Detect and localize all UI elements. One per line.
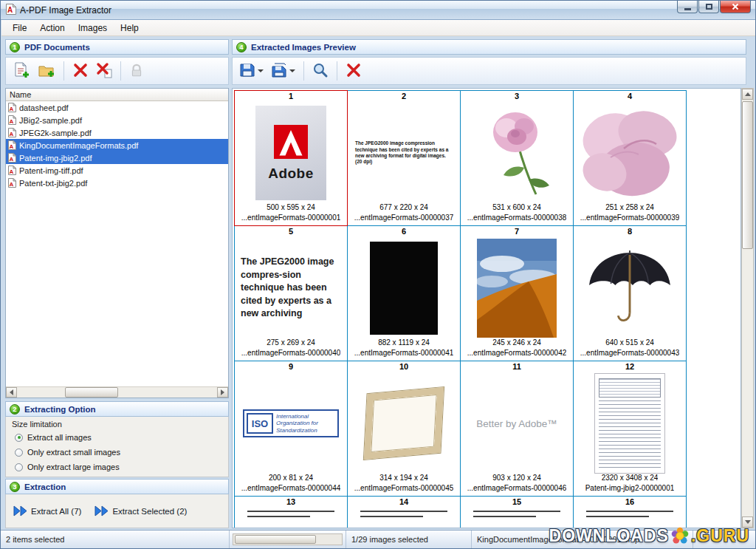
thumbnail-cell[interactable]: 16 — [573, 496, 687, 528]
svg-text:A: A — [10, 131, 14, 137]
svg-text:A: A — [10, 181, 14, 188]
thumbnail-cell[interactable]: 7245 x 246 x 24...entImageFormats-000000… — [460, 225, 574, 361]
thumbnail-image — [348, 373, 459, 474]
jpeg2000-text-image: The JPEG2000 image compres-sion techniqu… — [241, 256, 341, 321]
pdf-file-icon: A — [8, 140, 16, 150]
thumbnail-filename: ...entImageFormats-00000001 — [241, 214, 341, 224]
scroll-right-arrow[interactable] — [217, 387, 228, 398]
pdf-documents-header: 1 PDF Documents — [5, 39, 229, 55]
remove-button[interactable] — [70, 60, 91, 82]
maximize-button[interactable] — [698, 1, 719, 13]
thumbnail-cell[interactable]: 8640 x 515 x 24...entImageFormats-000000… — [573, 225, 687, 361]
scroll-left-arrow[interactable] — [6, 387, 17, 398]
file-row[interactable]: APatent-img-jbig2.pdf — [6, 151, 228, 164]
radio-button[interactable] — [15, 463, 23, 471]
thumbnail-filename: ...entImageFormats-00000038 — [467, 214, 567, 224]
preview-title: Extracted Images Preview — [251, 43, 356, 52]
thumbnail-filename: ...entImageFormats-00000042 — [467, 349, 567, 359]
thumbnail-cell[interactable]: 14 — [347, 496, 461, 528]
add-pdf-button[interactable] — [10, 59, 32, 83]
file-name: JPEG2k-sample.pdf — [19, 129, 92, 137]
step-badge-3: 3 — [10, 482, 20, 492]
thumbnail-dimensions: 245 x 246 x 24 — [492, 338, 541, 349]
extraction-title: Extraction — [24, 482, 66, 491]
radio-button[interactable] — [15, 434, 23, 442]
radio-option[interactable]: Only extract small images — [12, 445, 228, 460]
adobe-building-image: Adobe — [255, 106, 326, 200]
thumbnail-filename: Patent-img-jbig2-00000001 — [585, 484, 675, 494]
file-row[interactable]: Adatasheet.pdf — [6, 101, 228, 114]
thumbnail-image — [236, 508, 346, 528]
remove-all-button[interactable] — [94, 60, 114, 82]
lock-icon — [129, 63, 144, 79]
save-button[interactable] — [237, 60, 266, 82]
extraction-body: Extract All (7) Extract Selected (2) — [5, 494, 229, 528]
delete-button[interactable] — [343, 60, 364, 82]
save-all-button[interactable] — [269, 60, 298, 82]
dropdown-arrow-icon[interactable] — [258, 69, 264, 72]
thumbnail-dimensions: 640 x 515 x 24 — [605, 338, 654, 349]
step-badge-4: 4 — [236, 42, 247, 52]
file-row[interactable]: APatent-txt-jbig2.pdf — [6, 177, 228, 189]
radio-option[interactable]: Extract all images — [12, 430, 228, 445]
thumbnail-filename: ...entImageFormats-00000043 — [580, 349, 680, 359]
pdf-list-hscrollbar[interactable] — [6, 386, 228, 398]
thumbnail-number: 5 — [289, 227, 293, 238]
menu-item-images[interactable]: Images — [72, 21, 114, 35]
extract-selected-button[interactable]: Extract Selected (2) — [94, 505, 187, 516]
lock-button — [127, 61, 146, 81]
thumbnail-cell[interactable]: 10314 x 194 x 24...entImageFormats-00000… — [347, 361, 461, 497]
thumbnail-number: 4 — [628, 92, 632, 103]
radio-button[interactable] — [15, 449, 23, 457]
picture-frame-image — [364, 387, 444, 460]
pdf-file-icon: A — [8, 115, 16, 125]
name-column-header[interactable]: Name — [6, 89, 228, 101]
menu-item-action[interactable]: Action — [33, 21, 71, 35]
thumbnail-cell[interactable]: 122320 x 3408 x 24Patent-img-jbig2-00000… — [573, 361, 687, 497]
menu-item-file[interactable]: File — [6, 21, 33, 35]
thumbnail-cell[interactable]: 4251 x 258 x 24...entImageFormats-000000… — [573, 90, 687, 226]
minimize-button[interactable] — [677, 1, 698, 13]
thumbnail-cell[interactable]: 11Better by Adobe™903 x 120 x 24...entIm… — [460, 361, 574, 497]
add-folder-button[interactable] — [35, 59, 58, 83]
iso-logo-image: ISOInternational Organization for Standa… — [243, 409, 339, 438]
thumbnail-cell[interactable]: 3531 x 600 x 24...entImageFormats-000000… — [460, 90, 574, 226]
hscroll-thumb[interactable] — [65, 387, 118, 398]
thumbnail-filename: ...entImageFormats-00000045 — [354, 484, 454, 494]
step-badge-2: 2 — [10, 404, 20, 415]
menu-item-help[interactable]: Help — [114, 21, 145, 35]
thumbnail-cell[interactable]: 1Adobe500 x 595 x 24...entImageFormats-0… — [234, 90, 348, 226]
file-row[interactable]: AKingDocumentImageFormats.pdf — [6, 139, 228, 151]
extract-all-button[interactable]: Extract All (7) — [13, 505, 81, 516]
dropdown-arrow-icon[interactable] — [289, 69, 295, 72]
file-row[interactable]: AJPEG2k-sample.pdf — [6, 126, 228, 139]
svg-text:A: A — [10, 156, 14, 163]
thumbnail-cell[interactable]: 15 — [460, 496, 574, 528]
preview-vscrollbar[interactable] — [741, 88, 754, 528]
pdf-toolbar — [5, 57, 229, 85]
file-row[interactable]: AJBig2-sample.pdf — [6, 114, 228, 126]
partial-image — [586, 508, 673, 517]
thumbnail-image — [348, 508, 459, 528]
zoom-button[interactable] — [310, 60, 331, 82]
thumbnail-cell[interactable]: 9ISOInternational Organization for Stand… — [234, 361, 348, 497]
radio-option[interactable]: Only extract large images — [12, 460, 228, 474]
vscroll-thumb[interactable] — [742, 101, 753, 249]
close-button[interactable] — [720, 1, 751, 13]
size-limitation-options: Extract all imagesOnly extract small ima… — [12, 430, 228, 474]
file-row[interactable]: APatent-img-tiff.pdf — [6, 164, 228, 177]
svg-text:A: A — [10, 106, 14, 112]
toolbar-separator — [120, 61, 121, 81]
thumbnail-cell[interactable]: 6882 x 1119 x 24...entImageFormats-00000… — [347, 225, 461, 361]
remove-all-icon — [96, 62, 112, 80]
status-hscrollbar[interactable] — [230, 531, 346, 548]
svg-text:A: A — [7, 6, 13, 14]
thumbnail-cell[interactable]: 13 — [234, 496, 348, 528]
thumbnail-cell[interactable]: 5The JPEG2000 image compres-sion techniq… — [234, 225, 348, 361]
app-icon: A — [5, 4, 16, 16]
thumbnail-number: 14 — [399, 497, 408, 508]
thumbnail-cell[interactable]: 2The JPEG2000 image compression techniqu… — [347, 90, 461, 226]
status-hscroll-thumb[interactable] — [235, 535, 316, 544]
scroll-up-arrow[interactable] — [742, 89, 753, 100]
watermark-flower-icon — [670, 527, 690, 546]
